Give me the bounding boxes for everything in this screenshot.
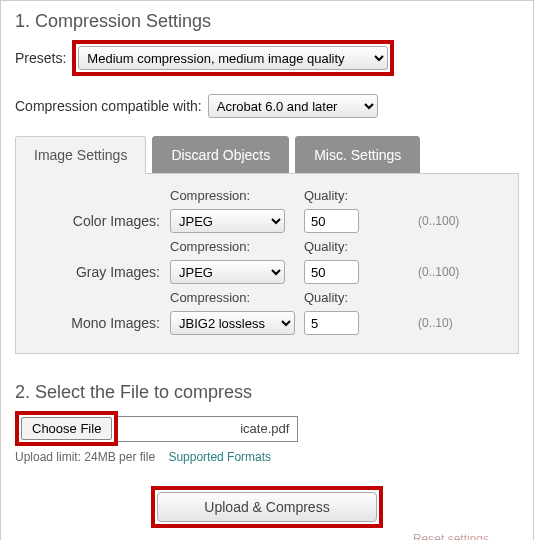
file-row: Choose File icate.pdf bbox=[15, 411, 519, 446]
gray-images-label: Gray Images: bbox=[26, 264, 166, 280]
color-range: (0..100) bbox=[418, 214, 508, 228]
mono-quality-input[interactable] bbox=[304, 311, 359, 335]
section1-title: 1. Compression Settings bbox=[15, 11, 519, 32]
color-images-label: Color Images: bbox=[26, 213, 166, 229]
mono-range: (0..10) bbox=[418, 316, 508, 330]
presets-row: Presets: Medium compression, medium imag… bbox=[15, 40, 519, 76]
compat-label: Compression compatible with: bbox=[15, 98, 202, 114]
section2-title: 2. Select the File to compress bbox=[15, 382, 519, 403]
file-name-display: icate.pdf bbox=[118, 416, 298, 442]
tab-misc-settings[interactable]: Misc. Settings bbox=[295, 136, 420, 174]
mono-compression-select[interactable]: JBIG2 lossless bbox=[170, 311, 295, 335]
quality-header: Quality: bbox=[304, 188, 414, 203]
tab-image-settings[interactable]: Image Settings bbox=[15, 136, 146, 174]
upload-highlight: Upload & Compress bbox=[151, 486, 383, 528]
tab-panel-image: Compression: Quality: Color Images: JPEG… bbox=[15, 173, 519, 354]
presets-highlight: Medium compression, medium image quality bbox=[72, 40, 394, 76]
compat-row: Compression compatible with: Acrobat 6.0… bbox=[15, 94, 519, 118]
color-quality-input[interactable] bbox=[304, 209, 359, 233]
presets-label: Presets: bbox=[15, 50, 66, 66]
gray-range: (0..100) bbox=[418, 265, 508, 279]
tabs: Image Settings Discard Objects Misc. Set… bbox=[15, 136, 519, 174]
tab-discard-objects[interactable]: Discard Objects bbox=[152, 136, 289, 174]
compat-select[interactable]: Acrobat 6.0 and later bbox=[208, 94, 378, 118]
upload-limit: Upload limit: 24MB per file bbox=[15, 450, 155, 464]
supported-formats-link[interactable]: Supported Formats bbox=[168, 450, 271, 464]
reset-settings-link[interactable]: Reset settings bbox=[15, 532, 519, 540]
upload-meta: Upload limit: 24MB per file Supported Fo… bbox=[15, 450, 519, 464]
choose-file-button[interactable]: Choose File bbox=[21, 417, 112, 440]
upload-compress-button[interactable]: Upload & Compress bbox=[157, 492, 377, 522]
image-settings-grid: Compression: Quality: Color Images: JPEG… bbox=[26, 188, 508, 335]
gray-quality-input[interactable] bbox=[304, 260, 359, 284]
compression-form: 1. Compression Settings Presets: Medium … bbox=[0, 0, 534, 540]
mono-images-label: Mono Images: bbox=[26, 315, 166, 331]
compression-header: Compression: bbox=[170, 188, 300, 203]
gray-compression-select[interactable]: JPEG bbox=[170, 260, 285, 284]
choose-file-highlight: Choose File bbox=[15, 411, 118, 446]
upload-row: Upload & Compress Reset settings bbox=[15, 486, 519, 540]
presets-select[interactable]: Medium compression, medium image quality bbox=[78, 46, 388, 70]
color-compression-select[interactable]: JPEG bbox=[170, 209, 285, 233]
